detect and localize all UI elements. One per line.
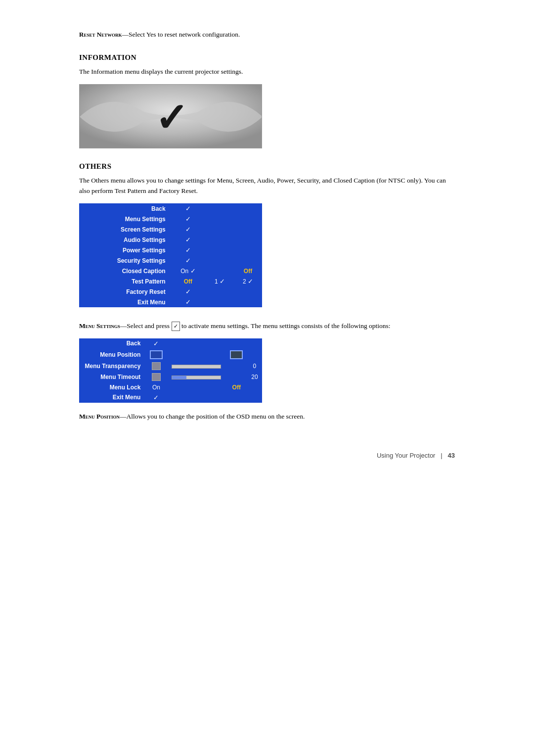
table-row: Factory Reset ✓	[79, 286, 262, 297]
table-row: Security Settings ✓	[79, 255, 262, 266]
table-row: Menu Timeout 20	[79, 372, 262, 382]
information-desc: The Information menu displays the curren…	[79, 67, 455, 77]
table-row: Closed Caption On ✓ Off	[79, 266, 262, 276]
page-number-line: Using Your Projector | 43	[79, 452, 455, 459]
row-test-pattern-2: 2 ✓	[234, 276, 262, 286]
information-section: Information The Information menu display…	[79, 53, 455, 148]
row-check-back: ✓	[171, 203, 206, 214]
table-row: Screen Settings ✓	[79, 224, 262, 235]
row-label-security-settings: Security Settings	[79, 255, 171, 266]
row-closed-caption-off: Off	[234, 266, 262, 276]
transparency-slider	[172, 365, 221, 369]
information-image: ✓	[79, 84, 262, 148]
page-separator: |	[441, 452, 442, 459]
row-test-pattern-1: 1 ✓	[206, 276, 234, 286]
others-desc: The Others menu allows you to change set…	[79, 176, 455, 196]
timeout-slider	[172, 376, 221, 379]
table-row: Menu Transparency 0	[79, 361, 262, 372]
svg-text:✓: ✓	[155, 96, 188, 140]
enter-icon-inline: ✓	[172, 322, 180, 331]
row-label-menu-settings: Menu Settings	[79, 214, 171, 224]
reset-network-section: Reset Network—Select Yes to reset networ…	[79, 30, 455, 40]
menu-lock-off: Off	[226, 382, 247, 392]
menu-settings-desc: Menu Settings—Select and press ✓ to acti…	[79, 321, 455, 331]
menu-settings-label: Menu Settings	[79, 322, 120, 330]
information-heading: Information	[79, 53, 455, 62]
timeout-value: 20	[247, 372, 262, 382]
row-label-factory-reset: Factory Reset	[79, 286, 171, 297]
transparency-icon	[152, 362, 161, 370]
row-check-factory-reset: ✓	[171, 286, 206, 297]
menu-position-icon2	[230, 350, 243, 359]
table-row: Back ✓	[79, 338, 262, 349]
menu-settings-osd-table: Back ✓ Menu Position Me	[79, 338, 262, 403]
menu-lock-on: On	[145, 382, 167, 392]
page-number: 43	[448, 452, 455, 459]
row-check-exit2: ✓	[145, 392, 167, 403]
table-row: Menu Lock On Off	[79, 382, 262, 392]
row-check-back2: ✓	[145, 338, 167, 349]
row-check-exit: ✓	[171, 297, 206, 307]
others-heading: Others	[79, 162, 455, 171]
row-label-exit-menu2: Exit Menu	[79, 392, 145, 403]
row-check-power-settings: ✓	[171, 245, 206, 255]
menu-settings-section: Menu Settings—Select and press ✓ to acti…	[79, 321, 455, 422]
row-label-screen-settings: Screen Settings	[79, 224, 171, 235]
table-row: Audio Settings ✓	[79, 235, 262, 245]
row-label-back: Back	[79, 203, 171, 214]
row-check-screen-settings: ✓	[171, 224, 206, 235]
reset-network-label: Reset Network	[79, 31, 122, 38]
row-label-menu-lock: Menu Lock	[79, 382, 145, 392]
menu-position-icon1	[150, 350, 163, 359]
row-label-audio-settings: Audio Settings	[79, 235, 171, 245]
info-image-svg: ✓	[80, 85, 262, 148]
table-row: Menu Settings ✓	[79, 214, 262, 224]
menu-position-desc: Menu Position—Allows you to change the p…	[79, 412, 455, 422]
others-osd-table: Back ✓ Menu Settings ✓ Screen Settings ✓…	[79, 203, 262, 307]
reset-network-text: Select Yes to reset network configuratio…	[129, 31, 240, 38]
table-row-exit: Exit Menu ✓	[79, 297, 262, 307]
row-check-menu-settings: ✓	[171, 214, 206, 224]
row-label-exit-menu: Exit Menu	[79, 297, 171, 307]
table-row: Menu Position	[79, 349, 262, 361]
row-check-security-settings: ✓	[171, 255, 206, 266]
page-prefix: Using Your Projector	[377, 452, 436, 459]
row-test-pattern-off: Off	[171, 276, 206, 286]
table-row: Test Pattern Off 1 ✓ 2 ✓	[79, 276, 262, 286]
row-label-test-pattern: Test Pattern	[79, 276, 171, 286]
table-row: Power Settings ✓	[79, 245, 262, 255]
row-label-closed-caption: Closed Caption	[79, 266, 171, 276]
row-closed-caption-on: On ✓	[171, 266, 206, 276]
table-row-exit2: Exit Menu ✓	[79, 392, 262, 403]
transparency-value: 0	[247, 361, 262, 372]
row-label-menu-position: Menu Position	[79, 349, 145, 361]
others-section: Others The Others menu allows you to cha…	[79, 162, 455, 307]
row-check-audio-settings: ✓	[171, 235, 206, 245]
menu-position-text: Allows you to change the position of the…	[126, 413, 305, 420]
reset-network-dash: —	[122, 31, 129, 38]
row-label-back2: Back	[79, 338, 145, 349]
timeout-icon	[152, 373, 161, 381]
row-label-menu-transparency: Menu Transparency	[79, 361, 145, 372]
menu-position-label: Menu Position	[79, 413, 120, 420]
table-row: Back ✓	[79, 203, 262, 214]
row-label-menu-timeout: Menu Timeout	[79, 372, 145, 382]
row-label-power-settings: Power Settings	[79, 245, 171, 255]
